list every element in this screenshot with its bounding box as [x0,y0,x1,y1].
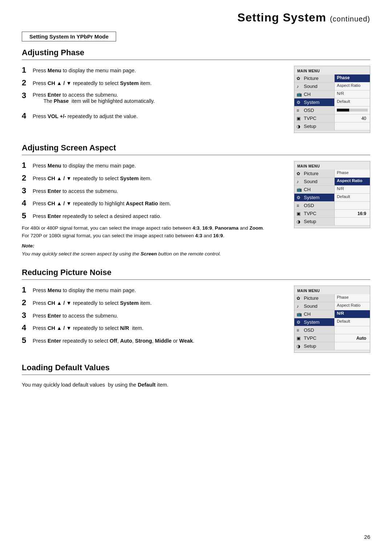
reducing-picture-noise-title: Reducing Picture Noise [22,268,370,277]
system-icon: ⚙ [297,320,302,325]
step: 4 Press VOL +/- repeatedly to adjust the… [22,112,287,121]
adjusting-screen-aspect-menu: MAIN MENU ✿ Picture Phase ♪ Sound Aspect… [294,161,370,258]
tvpc-icon: ▣ [297,336,302,341]
ch-icon: 📺 [297,92,302,97]
menu-row: ◑ Setup [294,218,370,226]
progress-bar [337,109,368,112]
menu-row: ≡ OSD [294,106,370,114]
step: 2 Press CH ▲ / ▼ repeatedly to select Sy… [22,298,287,307]
page-header: Setting System (continued) [22,11,370,25]
page-title: Setting System (continued) [237,11,370,24]
step: 1 Press Menu to display the menu main pa… [22,286,287,295]
step: 5 Press Enter repeatedly to select a des… [22,211,287,221]
adjusting-screen-aspect-section: Adjusting Screen Aspect 1 Press Menu to … [22,143,370,258]
tvpc-icon: ▣ [297,116,302,121]
system-icon: ⚙ [297,100,302,105]
section-divider [22,375,370,375]
menu-row: ≡ OSD [294,202,370,210]
menu-row: ▣ TVPC Auto [294,334,370,342]
menu-row: ▣ TVPC 40 [294,114,370,122]
reducing-picture-noise-steps: 1 Press Menu to display the menu main pa… [22,286,287,353]
step: 5 Press Enter repeatedly to select Off, … [22,336,287,345]
menu-row: ♪ Sound Aspect Ratio [294,82,370,90]
osd-icon: ≡ [297,203,302,208]
loading-default-values-section: Loading Default Values You may quickly l… [22,363,370,389]
sound-icon: ♪ [297,304,302,309]
menu-row: ♪ Sound Aspect Ratio [294,302,370,310]
sound-icon: ♪ [297,84,302,89]
step: 1 Press Menu to display the menu main pa… [22,66,287,75]
osd-icon: ≡ [297,108,302,113]
ch-icon: 📺 [297,187,302,192]
section-box-title: Setting System In YPbPr Mode [22,32,116,41]
step: 3 Press Enter to access the submenu. [22,311,287,320]
osd-icon: ≡ [297,328,302,333]
setup-icon: ◑ [297,219,302,224]
step: 2 Press CH ▲ / ▼ repeatedly to select Sy… [22,78,287,88]
setup-icon: ◑ [297,124,302,129]
menu-row: ✿ Picture Phase [294,170,370,178]
menu-row: ▣ TVPC 16:9 [294,210,370,218]
menu-row: 📺 CH N/R [294,310,370,318]
picture-icon: ✿ [297,171,302,176]
adjusting-phase-menu: MAIN MENU ✿ Picture Phase ♪ Sound Aspec [294,66,370,133]
step: 3 Press Enter to access the submenu. [22,186,287,195]
menu-row: ⚙ System Default [294,194,370,202]
menu-row: 📺 CH N/R [294,186,370,194]
note-section: For 480i or 480P signal format, you can … [22,224,287,258]
reducing-picture-noise-section: Reducing Picture Noise 1 Press Menu to d… [22,268,370,353]
menu-row: ✿ Picture Phase [294,74,370,82]
menu-row: ◑ Setup [294,122,370,130]
page-number: 26 [364,534,370,540]
setup-icon: ◑ [297,344,302,349]
picture-icon: ✿ [297,76,302,81]
menu-title: MAIN MENU [294,68,370,74]
tvpc-icon: ▣ [297,211,302,216]
adjusting-phase-section: Adjusting Phase 1 Press Menu to display … [22,48,370,133]
section-divider [22,155,370,155]
sound-icon: ♪ [297,179,302,184]
adjusting-screen-aspect-steps: 1 Press Menu to display the menu main pa… [22,161,287,258]
section-divider [22,279,370,280]
menu-row: ✿ Picture Phase [294,294,370,302]
menu-row: ≡ OSD [294,326,370,334]
picture-icon: ✿ [297,296,302,301]
menu-title: MAIN MENU [294,164,370,170]
ch-icon: 📺 [297,312,302,317]
step: 3 Press Enter to access the submenu. The… [22,91,287,108]
step: 4 Press CH ▲ / ▼ repeatedly to highlight… [22,199,287,208]
loading-default-values-text: You may quickly load default values by u… [22,381,370,389]
menu-row: ♪ Sound Aspect Ratio [294,178,370,186]
adjusting-phase-title: Adjusting Phase [22,48,370,57]
loading-default-values-title: Loading Default Values [22,363,370,372]
adjusting-screen-aspect-title: Adjusting Screen Aspect [22,143,370,153]
section-divider [22,60,370,60]
menu-title: MAIN MENU [294,288,370,294]
menu-row: ◑ Setup [294,342,370,350]
menu-row: ⚙ System Default [294,98,370,106]
system-icon: ⚙ [297,195,302,200]
step: 4 Press CH ▲ / ▼ repeatedly to select N/… [22,323,287,332]
menu-row: 📺 CH N/R [294,90,370,98]
adjusting-phase-steps: 1 Press Menu to display the menu main pa… [22,66,287,133]
step: 1 Press Menu to display the menu main pa… [22,161,287,170]
menu-row: ⚙ System Default [294,318,370,326]
step: 2 Press CH ▲ / ▼ repeatedly to select Sy… [22,174,287,183]
reducing-picture-noise-menu: MAIN MENU ✿ Picture Phase ♪ Sound Aspect… [294,286,370,353]
